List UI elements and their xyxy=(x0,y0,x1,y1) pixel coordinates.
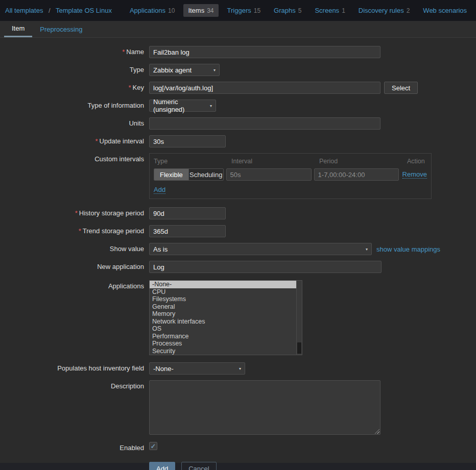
inventory-select[interactable]: -None- ▾ xyxy=(149,362,245,375)
nav-applications[interactable]: Applications 10 xyxy=(125,4,179,17)
key-label: *Key xyxy=(0,82,149,91)
applications-option-filesystems[interactable]: Filesystems xyxy=(150,295,296,303)
resize-grip-icon[interactable] xyxy=(375,429,379,434)
show-value-mappings-link[interactable]: show value mappings xyxy=(376,245,440,253)
applications-scrollbar[interactable] xyxy=(296,281,302,355)
breadcrumb-all-templates[interactable]: All templates xyxy=(5,7,43,14)
required-marker: * xyxy=(129,84,131,91)
chevron-down-icon: ▾ xyxy=(210,104,212,108)
row-enabled: Enabled ✓ xyxy=(0,442,476,452)
key-select-button[interactable]: Select xyxy=(384,82,418,94)
applications-option-memory[interactable]: Memory xyxy=(150,310,296,318)
name-input[interactable] xyxy=(149,46,380,58)
row-units: Units xyxy=(0,117,476,130)
nav-screens[interactable]: Screens 1 xyxy=(310,4,349,17)
row-type-of-information: Type of information Numeric (unsigned) ▾ xyxy=(0,100,476,112)
tab-preprocessing[interactable]: Preprocessing xyxy=(32,21,90,37)
description-label: Description xyxy=(0,380,149,390)
ci-header-interval: Interval xyxy=(231,158,319,165)
applications-listbox[interactable]: -None- CPU Filesystems General Memory Ne… xyxy=(149,280,302,355)
nav-discovery-rules-label: Discovery rules xyxy=(359,7,404,14)
applications-option-performance[interactable]: Performance xyxy=(150,333,296,340)
nav-discovery-rules[interactable]: Discovery rules 2 xyxy=(354,4,415,17)
required-marker: * xyxy=(79,227,81,235)
nav-graphs-count: 5 xyxy=(298,7,302,14)
row-inventory: Populates host inventory field -None- ▾ xyxy=(0,362,476,375)
period-input[interactable] xyxy=(314,168,399,181)
type-of-information-select[interactable]: Numeric (unsigned) ▾ xyxy=(149,100,216,112)
scheduling-toggle-button[interactable]: Scheduling xyxy=(188,169,223,180)
custom-intervals-label: Custom intervals xyxy=(0,153,149,163)
new-application-input[interactable] xyxy=(149,261,382,273)
applications-option-os[interactable]: OS xyxy=(150,325,296,333)
nav-items-label: Items xyxy=(188,7,204,14)
nav-items-count: 34 xyxy=(207,7,213,14)
update-interval-label: *Update interval xyxy=(0,135,149,145)
ci-header-period: Period xyxy=(319,158,407,165)
row-show-value: Show value As is ▾ show value mappings xyxy=(0,243,476,255)
applications-option-general[interactable]: General xyxy=(150,303,296,311)
enabled-checkbox[interactable]: ✓ xyxy=(149,442,157,450)
add-button[interactable]: Add xyxy=(149,462,175,470)
cancel-button[interactable]: Cancel xyxy=(181,462,216,470)
row-custom-intervals: Custom intervals Type Interval Period Ac… xyxy=(0,153,476,199)
trend-storage-input[interactable] xyxy=(149,225,226,237)
breadcrumb-separator: / xyxy=(49,7,51,14)
history-storage-label: *History storage period xyxy=(0,207,149,217)
interval-input[interactable] xyxy=(226,168,312,181)
show-value-select[interactable]: As is ▾ xyxy=(149,243,372,255)
key-input[interactable] xyxy=(149,82,380,94)
flexible-toggle-button[interactable]: Flexible xyxy=(154,169,188,180)
chevron-down-icon: ▾ xyxy=(239,366,241,371)
applications-option-security[interactable]: Security xyxy=(150,348,296,355)
inventory-label: Populates host inventory field xyxy=(0,362,149,372)
applications-option-processes[interactable]: Processes xyxy=(150,340,296,348)
breadcrumb-template-os-linux[interactable]: Template OS Linux xyxy=(56,7,112,14)
show-value-value: As is xyxy=(153,245,168,253)
units-input[interactable] xyxy=(149,117,380,130)
inventory-value: -None- xyxy=(153,365,174,373)
applications-option-network-interfaces[interactable]: Network interfaces xyxy=(150,318,296,326)
row-form-buttons: Add Cancel xyxy=(0,462,476,470)
nav-graphs-label: Graphs xyxy=(274,7,296,14)
type-select[interactable]: Zabbix agent ▾ xyxy=(149,64,220,76)
nav-items[interactable]: Items 34 xyxy=(183,4,218,17)
nav-graphs[interactable]: Graphs 5 xyxy=(269,4,306,17)
top-navigation-bar: All templates / Template OS Linux Applic… xyxy=(0,0,476,21)
row-applications: Applications -None- CPU Filesystems Gene… xyxy=(0,280,476,355)
type-select-value: Zabbix agent xyxy=(153,66,192,74)
applications-option-cpu[interactable]: CPU xyxy=(150,288,296,296)
nav-web-scenarios-label: Web scenarios xyxy=(423,7,467,14)
nav-triggers-label: Triggers xyxy=(227,7,251,14)
nav-screens-label: Screens xyxy=(315,7,339,14)
required-marker: * xyxy=(95,137,98,145)
show-value-label: Show value xyxy=(0,243,149,253)
new-application-label: New application xyxy=(0,261,149,270)
nav-web-scenarios[interactable]: Web scenarios xyxy=(418,4,471,17)
update-interval-input[interactable] xyxy=(149,135,226,147)
description-textarea[interactable] xyxy=(149,380,380,435)
nav-triggers[interactable]: Triggers 15 xyxy=(223,4,266,17)
row-new-application: New application xyxy=(0,261,476,273)
applications-scrollbar-thumb[interactable] xyxy=(297,342,301,354)
required-marker: * xyxy=(122,48,125,56)
name-label: *Name xyxy=(0,46,149,56)
add-interval-link[interactable]: Add xyxy=(154,186,165,194)
tab-item[interactable]: Item xyxy=(4,21,32,37)
nav-screens-count: 1 xyxy=(342,7,345,14)
applications-option-none[interactable]: -None- xyxy=(150,281,296,288)
custom-intervals-header: Type Interval Period Action xyxy=(154,158,427,165)
custom-interval-row: Flexible Scheduling Remove xyxy=(154,168,427,181)
type-label: Type xyxy=(0,64,149,73)
history-storage-input[interactable] xyxy=(149,207,226,219)
ci-header-action: Action xyxy=(407,158,425,165)
row-name: *Name xyxy=(0,46,476,58)
type-of-information-label: Type of information xyxy=(0,100,149,109)
required-marker: * xyxy=(75,209,78,217)
nav-discovery-rules-count: 2 xyxy=(407,7,410,14)
remove-interval-link[interactable]: Remove xyxy=(402,170,427,179)
nav-triggers-count: 15 xyxy=(254,7,260,14)
item-form: *Name Type Zabbix agent ▾ *Key Select Ty… xyxy=(0,38,476,463)
row-key: *Key Select xyxy=(0,82,476,94)
nav-applications-count: 10 xyxy=(168,7,175,14)
